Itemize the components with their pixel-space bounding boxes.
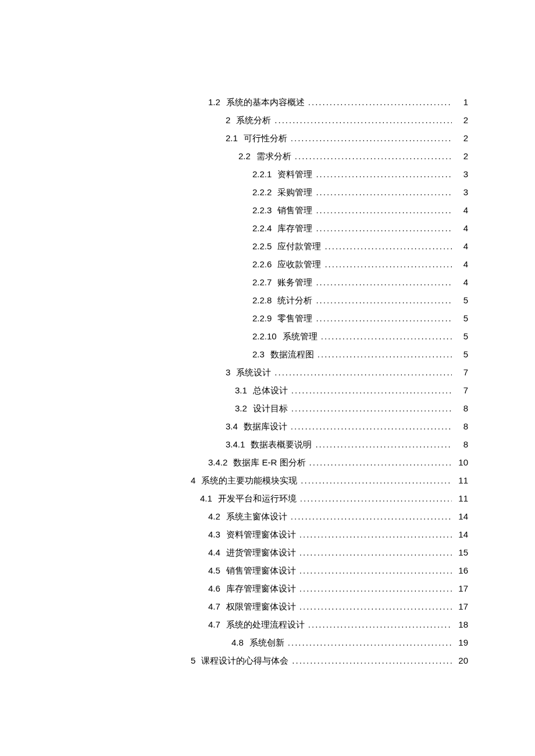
entry-title: 采购管理 [277, 183, 312, 201]
dot-leader: ........................................… [308, 93, 452, 111]
entry-number: 2.2.7 [252, 273, 272, 291]
entry-page: 4 [455, 219, 468, 237]
entry-number: 4.4 [208, 543, 220, 561]
dot-leader: ........................................… [299, 579, 452, 597]
entry-number: 2.2.8 [252, 291, 272, 309]
entry-number: 3 [226, 363, 230, 381]
dot-leader: ........................................… [295, 147, 452, 165]
entry-number: 2.2.10 [252, 327, 277, 345]
toc-entry: 2.2.5应付款管理..............................… [0, 237, 468, 255]
table-of-contents: 1.2系统的基本内容概述............................… [0, 93, 468, 669]
entry-number: 4.7 [208, 597, 220, 615]
entry-title: 系统设计 [236, 363, 271, 381]
toc-entry: 2.1可行性分析................................… [0, 129, 468, 147]
entry-title: 系统分析 [236, 111, 271, 129]
toc-entry: 4系统的主要功能模块实现............................… [0, 471, 468, 489]
entry-page: 20 [455, 651, 468, 669]
entry-page: 17 [455, 597, 468, 615]
entry-number: 3.4.1 [226, 435, 245, 453]
entry-number: 3.4 [226, 417, 238, 435]
dot-leader: ........................................… [300, 489, 452, 507]
entry-page: 1 [455, 93, 468, 111]
entry-page: 19 [455, 633, 468, 651]
toc-entry: 4.3资料管理窗体设计.............................… [0, 525, 468, 543]
entry-number: 1.2 [208, 93, 220, 111]
entry-page: 3 [455, 183, 468, 201]
dot-leader: ........................................… [316, 291, 452, 309]
toc-entry: 3系统设计...................................… [0, 363, 468, 381]
entry-title: 销售管理窗体设计 [226, 561, 296, 579]
entry-page: 7 [455, 363, 468, 381]
toc-entry: 2.2.6应收款管理..............................… [0, 255, 468, 273]
dot-leader: ........................................… [291, 381, 452, 399]
entry-page: 5 [455, 291, 468, 309]
entry-number: 2 [226, 111, 230, 129]
entry-number: 2.2.4 [252, 219, 272, 237]
dot-leader: ........................................… [324, 255, 452, 273]
dot-leader: ........................................… [316, 183, 452, 201]
entry-number: 2.2.2 [252, 183, 272, 201]
entry-page: 2 [455, 147, 468, 165]
entry-page: 8 [455, 417, 468, 435]
entry-page: 14 [455, 525, 468, 543]
entry-page: 4 [455, 255, 468, 273]
entry-page: 8 [455, 435, 468, 453]
entry-title: 系统创新 [249, 633, 284, 651]
entry-number: 2.3 [252, 345, 265, 363]
entry-title: 应收款管理 [277, 255, 321, 273]
entry-title: 数据表概要说明 [251, 435, 312, 453]
entry-title: 资料管理窗体设计 [226, 525, 296, 543]
toc-entry: 4.4进货管理窗体设计.............................… [0, 543, 468, 561]
toc-entry: 2.2.3销售管理...............................… [0, 201, 468, 219]
entry-title: 系统的处理流程设计 [226, 615, 305, 633]
entry-number: 4.7 [208, 615, 220, 633]
toc-entry: 4.6库存管理窗体设计.............................… [0, 579, 468, 597]
entry-title: 数据库设计 [244, 417, 287, 435]
entry-number: 3.4.2 [208, 453, 227, 471]
toc-entry: 2.3数据流程图................................… [0, 345, 468, 363]
toc-entry: 2.2.4库存管理...............................… [0, 219, 468, 237]
toc-entry: 4.5销售管理窗体设计.............................… [0, 561, 468, 579]
entry-page: 2 [455, 129, 468, 147]
dot-leader: ........................................… [299, 561, 452, 579]
entry-title: 系统的主要功能模块实现 [201, 471, 297, 489]
toc-entry: 3.1总体设计.................................… [0, 381, 468, 399]
dot-leader: ........................................… [316, 219, 452, 237]
toc-entry: 4.2系统主窗体设计..............................… [0, 507, 468, 525]
entry-number: 2.1 [226, 129, 238, 147]
entry-number: 2.2.6 [252, 255, 272, 273]
entry-title: 应付款管理 [277, 237, 321, 255]
dot-leader: ........................................… [299, 525, 452, 543]
dot-leader: ........................................… [288, 633, 452, 651]
entry-title: 统计分析 [277, 291, 312, 309]
entry-number: 2.2.9 [252, 309, 272, 327]
entry-number: 4.5 [208, 561, 220, 579]
dot-leader: ........................................… [316, 309, 452, 327]
toc-entry: 2.2.9零售管理...............................… [0, 309, 468, 327]
entry-title: 课程设计的心得与体会 [201, 651, 288, 669]
entry-page: 17 [455, 579, 468, 597]
entry-number: 4.3 [208, 525, 220, 543]
toc-entry: 4.7权限管理窗体设计.............................… [0, 597, 468, 615]
entry-page: 3 [455, 165, 468, 183]
entry-title: 系统的基本内容概述 [226, 93, 305, 111]
entry-page: 10 [455, 453, 468, 471]
entry-title: 数据流程图 [270, 345, 314, 363]
entry-number: 5 [191, 651, 195, 669]
toc-entry: 2.2需求分析.................................… [0, 147, 468, 165]
dot-leader: ........................................… [316, 273, 452, 291]
toc-entry: 2.2.7账务管理...............................… [0, 273, 468, 291]
entry-page: 11 [455, 489, 468, 507]
entry-page: 5 [455, 327, 468, 345]
dot-leader: ........................................… [321, 327, 452, 345]
dot-leader: ........................................… [299, 543, 452, 561]
entry-title: 总体设计 [253, 381, 288, 399]
entry-page: 14 [455, 507, 468, 525]
entry-title: 设计目标 [253, 399, 288, 417]
entry-number: 2.2.5 [252, 237, 272, 255]
entry-title: 零售管理 [277, 309, 312, 327]
entry-title: 权限管理窗体设计 [226, 597, 296, 615]
entry-title: 系统管理 [283, 327, 318, 345]
entry-page: 4 [455, 273, 468, 291]
dot-leader: ........................................… [292, 651, 452, 669]
